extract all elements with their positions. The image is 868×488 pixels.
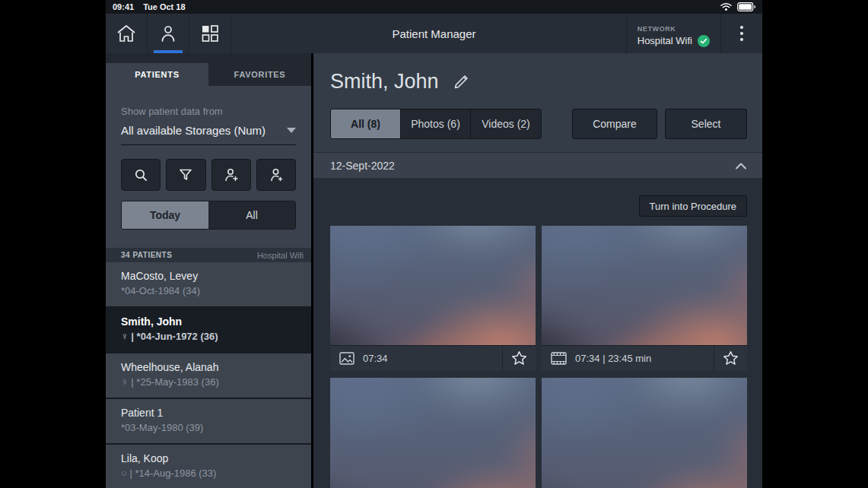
media-thumbnail[interactable] [330, 226, 536, 345]
select-button[interactable]: Select [665, 109, 747, 139]
media-timestamp: 07:34 [363, 353, 388, 364]
storage-source-dropdown[interactable]: All available Storages (Num) [121, 124, 296, 145]
nav-patients-button[interactable] [148, 14, 189, 53]
date-section-header[interactable]: 12-Sept-2022 [313, 152, 762, 178]
patient-detail-panel: Smith, John All (8) Photos (6) Videos (2… [313, 53, 762, 488]
media-thumbnail[interactable] [542, 378, 747, 488]
photo-icon [339, 352, 355, 365]
patient-name: Smith, John [121, 315, 296, 328]
star-icon [510, 350, 528, 367]
filter-today-button[interactable]: Today [122, 201, 208, 229]
screen: 09:41 Tue Oct 18 [0, 0, 868, 488]
search-icon [132, 166, 149, 183]
search-patients-button[interactable] [121, 159, 161, 191]
filter-icon [177, 166, 194, 183]
patients-icon [158, 24, 178, 43]
star-icon [722, 350, 739, 367]
media-tab-bar: All (8) Photos (6) Videos (2) [330, 109, 542, 139]
compare-button[interactable]: Compare [572, 109, 657, 139]
patient-details: *03-May-1980 (39) [121, 422, 296, 433]
patient-row[interactable]: Lila, Koop ○ | *14-Aug-1986 (33) [106, 445, 311, 488]
app-header: Patient Manager NETWORK Hospital Wifi [106, 14, 762, 53]
media-section: Turn into Procedure 07:34 [313, 178, 762, 488]
kebab-menu-icon [740, 26, 743, 41]
patient-row-selected[interactable]: Smith, John ♀ | *04-Jun-1972 (36) [106, 308, 311, 353]
patient-sidebar: PATIENTS FAVORITES Show patient data fro… [106, 53, 311, 488]
clock: 09:41 [113, 2, 134, 11]
network-name: Hospital Wifi [637, 35, 692, 46]
status-bar: 09:41 Tue Oct 18 [106, 0, 762, 14]
patient-count-bar: 34 PATIENTS Hospital Wifi [106, 248, 311, 262]
patient-details: ♀ | *04-Jun-1972 (36) [121, 331, 296, 342]
patient-count: 34 PATIENTS [121, 251, 172, 259]
patient-row[interactable]: Wheelhouse, Alanah ♀ | *25-May-1983 (36) [106, 353, 311, 399]
filter-all-button[interactable]: All [208, 201, 295, 229]
add-patient-button[interactable] [211, 159, 251, 191]
tab-photos[interactable]: Photos (6) [401, 109, 471, 138]
filter-patients-button[interactable] [166, 159, 205, 191]
video-icon [551, 352, 567, 365]
person-add-alt-icon [268, 166, 285, 183]
favorite-toggle[interactable] [714, 346, 747, 372]
patient-name: Wheelhouse, Alanah [121, 361, 296, 373]
patient-name: MaCosto, Levey [121, 270, 296, 282]
network-status-text: Hospital Wifi [257, 251, 304, 260]
media-controls: All (8) Photos (6) Videos (2) Compare Se… [313, 93, 762, 139]
chevron-up-icon [735, 162, 747, 170]
tab-patients[interactable]: PATIENTS [106, 63, 208, 86]
sidebar-tab-bar: PATIENTS FAVORITES [106, 53, 311, 86]
date-filter-toggle: Today All [121, 201, 296, 230]
media-thumbnail[interactable] [542, 226, 747, 345]
tab-all[interactable]: All (8) [331, 109, 401, 138]
edit-patient-button[interactable] [452, 73, 470, 91]
nav-home-button[interactable] [106, 14, 148, 53]
patient-details: ♀ | *25-May-1983 (36) [121, 376, 296, 388]
home-icon [116, 24, 137, 43]
patient-details: ○ | *14-Aug-1986 (33) [121, 467, 296, 479]
tab-favorites[interactable]: FAVORITES [208, 63, 311, 86]
nav-apps-button[interactable] [189, 14, 231, 53]
network-connected-icon [698, 35, 710, 47]
apps-grid-icon [200, 24, 220, 43]
media-card-footer: 07:34 | 23:45 min [542, 345, 747, 371]
media-card-footer: 07:34 [330, 345, 536, 371]
person-add-icon [223, 166, 240, 183]
patient-name: Patient 1 [121, 407, 296, 419]
media-card-photo[interactable]: 07:34 [330, 226, 536, 371]
wifi-icon [720, 2, 732, 11]
patient-title: Smith, John [330, 70, 439, 93]
add-emergency-patient-button[interactable] [256, 159, 296, 191]
patient-toolbar [106, 145, 311, 191]
media-card-partial[interactable] [542, 378, 747, 488]
network-status[interactable]: NETWORK Hospital Wifi [626, 14, 720, 53]
chevron-down-icon [287, 128, 296, 133]
favorite-toggle[interactable] [502, 346, 536, 372]
patient-list: MaCosto, Levey *04-Oct-1984 (34) Smith, … [106, 262, 311, 488]
patient-row[interactable]: MaCosto, Levey *04-Oct-1984 (34) [106, 262, 311, 308]
patient-row[interactable]: Patient 1 *03-May-1980 (39) [106, 399, 311, 445]
media-thumbnail[interactable] [330, 378, 536, 488]
patient-name: Lila, Koop [121, 452, 296, 464]
media-card-video[interactable]: 07:34 | 23:45 min [542, 226, 747, 371]
turn-into-procedure-button[interactable]: Turn into Procedure [639, 195, 747, 217]
patient-manager-app: 09:41 Tue Oct 18 [106, 0, 762, 488]
media-grid: 07:34 [330, 226, 747, 488]
media-card-partial[interactable] [330, 378, 536, 488]
battery-icon [737, 2, 755, 11]
section-date: 12-Sept-2022 [330, 160, 395, 172]
storage-source-value: All available Storages (Num) [121, 124, 265, 137]
tab-videos[interactable]: Videos (2) [471, 109, 541, 138]
overflow-menu-button[interactable] [720, 14, 762, 53]
network-label: NETWORK [637, 25, 710, 33]
media-timestamp: 07:34 | 23:45 min [575, 353, 651, 364]
status-date: Tue Oct 18 [143, 2, 185, 11]
storage-source-label: Show patient data from [121, 106, 296, 117]
patient-details: *04-Oct-1984 (34) [121, 285, 296, 296]
